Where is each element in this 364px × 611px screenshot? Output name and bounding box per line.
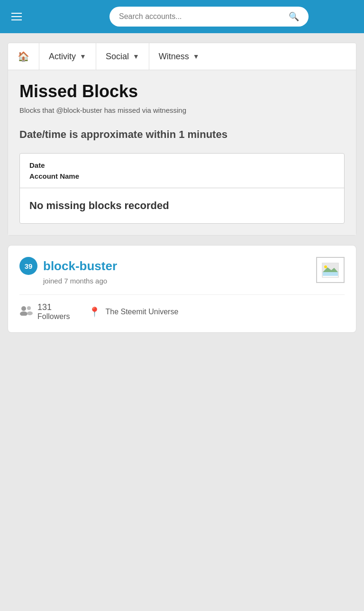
svg-point-7 — [27, 306, 31, 310]
col-header-date: Date — [29, 161, 335, 169]
panel-title: Missed Blocks — [19, 82, 345, 101]
tab-social[interactable]: Social ▼ — [96, 43, 149, 70]
missed-blocks-table: Date Account Name No missing blocks reco… — [19, 153, 345, 224]
reputation-badge: 39 — [19, 257, 37, 275]
home-icon: 🏠 — [18, 51, 29, 62]
tab-witness[interactable]: Witness ▼ — [149, 43, 209, 70]
main-content: 🏠 Activity ▼ Social ▼ Witness ▼ Missed B… — [0, 33, 364, 342]
search-input[interactable] — [119, 12, 284, 21]
tab-activity-label: Activity — [49, 52, 76, 62]
location-icon: 📍 — [89, 306, 100, 318]
search-icon: 🔍 — [289, 11, 299, 22]
empty-message: No missing blocks recorded — [29, 200, 169, 211]
panel-note: Date/time is approximate within 1 minute… — [19, 128, 345, 142]
chevron-down-icon: ▼ — [80, 53, 86, 60]
profile-image — [316, 257, 345, 283]
panel-content: Missed Blocks Blocks that @block-buster … — [8, 70, 356, 235]
chevron-down-icon: ▼ — [133, 53, 139, 60]
profile-header: 39 block-buster joined 7 months ago — [19, 257, 345, 285]
svg-rect-3 — [323, 272, 338, 276]
tab-social-label: Social — [106, 52, 129, 62]
profile-stats: 131 Followers 📍 The Steemit Universe — [19, 294, 345, 321]
table-body: No missing blocks recorded — [20, 188, 344, 223]
svg-point-6 — [20, 311, 27, 316]
nav-tabs: 🏠 Activity ▼ Social ▼ Witness ▼ — [8, 43, 356, 70]
svg-point-4 — [324, 265, 327, 268]
tab-witness-label: Witness — [159, 52, 189, 62]
table-header-row: Date Account Name — [29, 161, 335, 180]
followers-count: 131 — [37, 302, 70, 312]
search-bar: 🔍 — [109, 7, 309, 27]
location-stat: 📍 The Steemit Universe — [89, 302, 178, 321]
svg-point-5 — [21, 306, 26, 311]
hamburger-button[interactable] — [8, 9, 26, 24]
panel-subtitle: Blocks that @block-buster has missed via… — [19, 105, 345, 116]
location-text: The Steemit Universe — [105, 308, 178, 316]
tab-activity[interactable]: Activity ▼ — [39, 43, 96, 70]
app-header: 🔍 — [0, 0, 364, 33]
chevron-down-icon: ▼ — [193, 53, 200, 60]
search-container: 🔍 — [62, 7, 356, 27]
followers-icon — [19, 305, 33, 319]
profile-info: 39 block-buster — [19, 257, 117, 275]
profile-joined: joined 7 months ago — [19, 277, 117, 285]
svg-point-8 — [27, 311, 33, 315]
main-card: 🏠 Activity ▼ Social ▼ Witness ▼ Missed B… — [8, 43, 356, 236]
profile-username[interactable]: block-buster — [43, 259, 117, 274]
profile-card: 39 block-buster joined 7 months ago — [8, 245, 356, 333]
tab-home[interactable]: 🏠 — [8, 43, 39, 70]
followers-label: Followers — [37, 312, 70, 321]
profile-left: 39 block-buster joined 7 months ago — [19, 257, 117, 285]
followers-text: 131 Followers — [37, 302, 70, 321]
col-header-account: Account Name — [29, 172, 335, 180]
followers-stat: 131 Followers — [19, 302, 70, 321]
table-header: Date Account Name — [20, 154, 344, 188]
